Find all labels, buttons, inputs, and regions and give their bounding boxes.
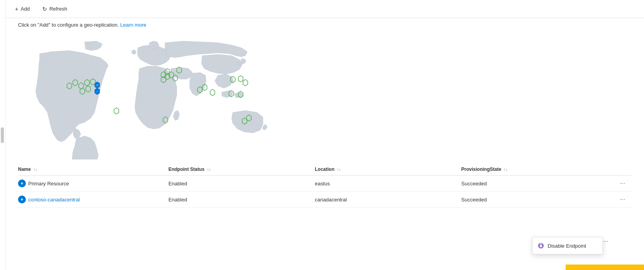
- primary-location: eastus: [315, 176, 461, 192]
- col-header-status[interactable]: Endpoint Status ↑↓: [169, 163, 315, 176]
- replica-provisioning: Succeeded: [461, 192, 608, 208]
- info-text: Click on "Add" to configure a geo-replic…: [18, 22, 119, 28]
- primary-more-button[interactable]: ···: [618, 179, 628, 187]
- primary-icon-svg: [20, 181, 24, 186]
- yellow-bar: [566, 265, 644, 270]
- col-header-actions: [608, 163, 631, 176]
- data-table: Name ↑↓ Endpoint Status ↑↓ Location ↑↓ P…: [18, 163, 631, 208]
- learn-more-link[interactable]: Learn more: [120, 22, 146, 28]
- primary-status: Enabled: [169, 176, 315, 192]
- disable-endpoint-menu-item[interactable]: Disable Endpoint: [533, 239, 602, 252]
- svg-text:○: ○: [96, 90, 98, 93]
- replica-actions: ···: [608, 192, 631, 208]
- add-label: Add: [21, 6, 30, 12]
- toolbar: + Add ↻ Refresh: [5, 0, 644, 18]
- context-menu: Disable Endpoint: [532, 237, 603, 254]
- refresh-label: Refresh: [49, 6, 67, 12]
- map-svg: ✓ ○: [18, 34, 308, 159]
- col-header-provisioning[interactable]: ProvisioningState ↑↓: [461, 163, 608, 176]
- table-row: contoso-canadacentral Enabled canadacent…: [18, 192, 631, 208]
- refresh-icon: ↻: [42, 6, 47, 12]
- sidebar-handle[interactable]: [1, 127, 4, 143]
- sidebar-strip: [0, 0, 5, 270]
- replica-location: canadacentral: [315, 192, 461, 208]
- info-bar: Click on "Add" to configure a geo-replic…: [5, 18, 644, 30]
- table-row: Primary Resource Enabled eastus Succeede…: [18, 176, 631, 192]
- primary-provisioning: Succeeded: [461, 176, 608, 192]
- name-cell-primary: Primary Resource: [18, 176, 169, 192]
- name-sort-icon[interactable]: ↑↓: [33, 167, 37, 172]
- primary-resource-name: Primary Resource: [28, 181, 69, 187]
- svg-marker-26: [114, 108, 119, 114]
- disable-endpoint-icon: [537, 242, 544, 249]
- world-map: ✓ ○: [18, 34, 308, 159]
- provisioning-sort-icon[interactable]: ↑↓: [504, 167, 508, 172]
- svg-rect-33: [540, 245, 542, 247]
- primary-actions: ···: [608, 176, 631, 192]
- replica-row-icon: [18, 196, 26, 203]
- add-button[interactable]: + Add: [12, 4, 33, 14]
- col-header-name[interactable]: Name ↑↓: [18, 163, 169, 176]
- svg-marker-20: [210, 89, 215, 96]
- primary-row-icon: [18, 179, 26, 187]
- table-header-row: Name ↑↓ Endpoint Status ↑↓ Location ↑↓ P…: [18, 163, 631, 176]
- location-sort-icon[interactable]: ↑↓: [337, 167, 341, 172]
- replica-status: Enabled: [169, 192, 315, 208]
- svg-text:✓: ✓: [96, 83, 99, 87]
- svg-marker-24: [238, 76, 243, 82]
- disable-endpoint-label: Disable Endpoint: [548, 243, 586, 249]
- replica-resource-link[interactable]: contoso-canadacentral: [28, 197, 80, 203]
- status-sort-icon[interactable]: ↑↓: [207, 167, 211, 172]
- replica-icon-svg: [20, 197, 24, 202]
- refresh-button[interactable]: ↻ Refresh: [39, 4, 71, 14]
- name-cell-replica: contoso-canadacentral: [18, 192, 169, 208]
- replica-more-button[interactable]: ···: [618, 196, 628, 203]
- add-icon: +: [15, 5, 18, 12]
- table-section: Name ↑↓ Endpoint Status ↑↓ Location ↑↓ P…: [18, 163, 631, 208]
- col-header-location[interactable]: Location ↑↓: [315, 163, 461, 176]
- svg-marker-25: [243, 80, 248, 86]
